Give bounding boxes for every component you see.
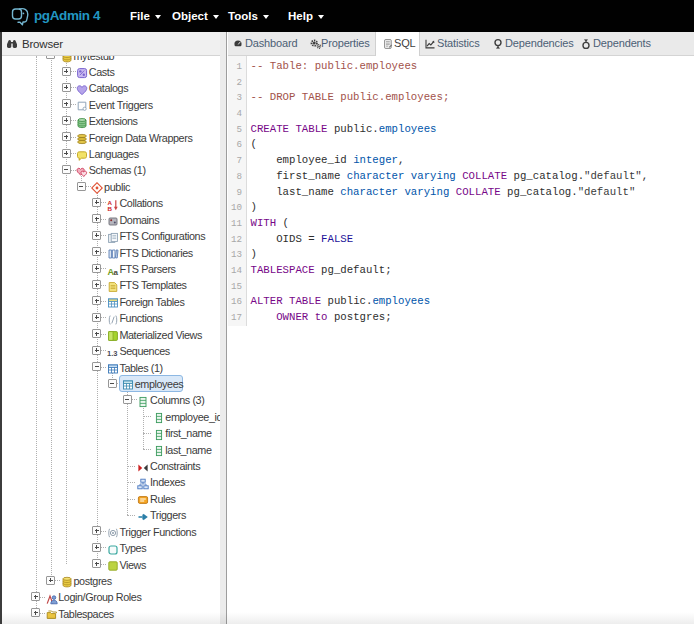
svg-text:a: a [113, 267, 118, 276]
svg-text:B: B [107, 204, 112, 210]
svg-text:1.3: 1.3 [107, 349, 117, 358]
